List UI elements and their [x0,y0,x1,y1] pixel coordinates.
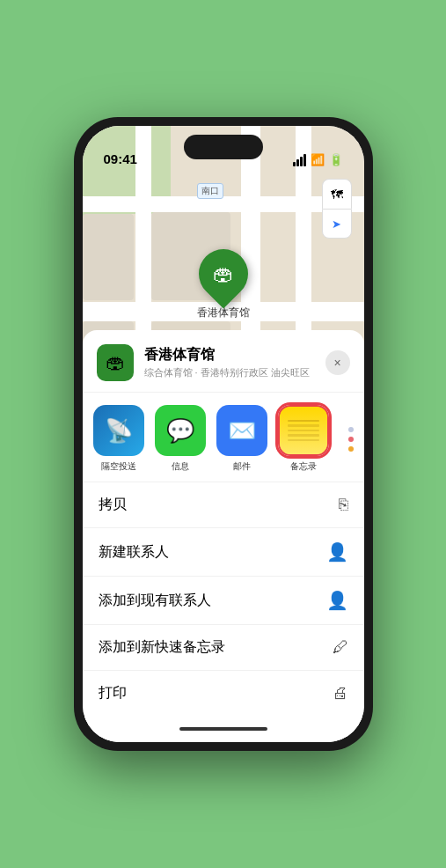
wifi-icon: 📶 [311,153,325,166]
share-row: 📡 隔空投送 💬 信息 ✉️ 邮件 [83,393,364,482]
status-icons: 📶 🔋 [293,153,343,166]
share-item-messages[interactable]: 💬 信息 [153,405,208,473]
action-print[interactable]: 打印 🖨 [83,671,364,716]
add-note-label: 添加到新快速备忘录 [99,638,225,657]
bottom-sheet: 🏟 香港体育馆 综合体育馆 · 香港特别行政区 油尖旺区 × 📡 隔空投送 [83,330,364,742]
notes-icon [278,405,329,456]
share-item-mail[interactable]: ✉️ 邮件 [215,405,269,473]
map-controls: 🗺 ➤ [322,179,352,239]
phone-screen: 09:41 📶 🔋 [83,126,364,742]
print-label: 打印 [99,684,127,702]
share-item-notes[interactable]: 备忘录 [276,405,331,473]
messages-icon: 💬 [155,405,206,456]
airdrop-icon: 📡 [93,405,144,456]
add-existing-icon: 👤 [326,590,348,611]
print-icon: 🖨 [333,684,348,702]
venue-name: 香港体育馆 [144,346,325,364]
phone-frame: 09:41 📶 🔋 [74,117,373,751]
airdrop-label: 隔空投送 [101,460,136,473]
action-add-note[interactable]: 添加到新快速备忘录 🖊 [83,625,364,671]
venue-info: 香港体育馆 综合体育馆 · 香港特别行政区 油尖旺区 [144,346,325,379]
venue-description: 综合体育馆 · 香港特别行政区 油尖旺区 [144,366,325,379]
map-pin-container: 🏟 香港体育馆 [197,249,250,320]
action-add-existing[interactable]: 添加到现有联系人 👤 [83,577,364,625]
home-indicator [83,716,364,742]
location-button[interactable]: ➤ [322,209,352,239]
action-list: 拷贝 ⎘ 新建联系人 👤 添加到现有联系人 👤 添加到新快速备忘录 🖊 打印 [83,482,364,716]
map-type-button[interactable]: 🗺 [322,179,352,209]
home-bar [179,727,267,731]
venue-icon: 🏟 [97,344,134,381]
add-note-icon: 🖊 [333,638,348,657]
copy-label: 拷贝 [99,496,127,514]
new-contact-icon: 👤 [326,541,348,563]
action-new-contact[interactable]: 新建联系人 👤 [83,528,364,577]
map-pin: 🏟 [188,239,258,308]
venue-pin-icon: 🏟 [213,261,234,286]
share-item-airdrop[interactable]: 📡 隔空投送 [91,405,146,473]
new-contact-label: 新建联系人 [99,543,169,562]
action-copy[interactable]: 拷贝 ⎘ [83,482,364,528]
battery-icon: 🔋 [329,153,343,166]
map-icon: 🗺 [331,188,343,202]
add-existing-label: 添加到现有联系人 [99,592,211,610]
map-label-north: 南口 [197,183,223,199]
copy-icon: ⎘ [339,496,348,514]
messages-label: 信息 [172,460,189,473]
location-arrow-icon: ➤ [332,217,341,231]
share-more[interactable] [338,405,364,473]
venue-header: 🏟 香港体育馆 综合体育馆 · 香港特别行政区 油尖旺区 × [83,330,364,393]
dynamic-island [184,135,263,159]
status-time: 09:41 [104,151,137,166]
notes-label: 备忘录 [290,460,317,473]
mail-label: 邮件 [233,460,251,473]
close-button[interactable]: × [325,350,350,375]
venue-icon-symbol: 🏟 [106,351,125,374]
mail-icon: ✉️ [216,405,267,456]
signal-icon [293,154,306,166]
